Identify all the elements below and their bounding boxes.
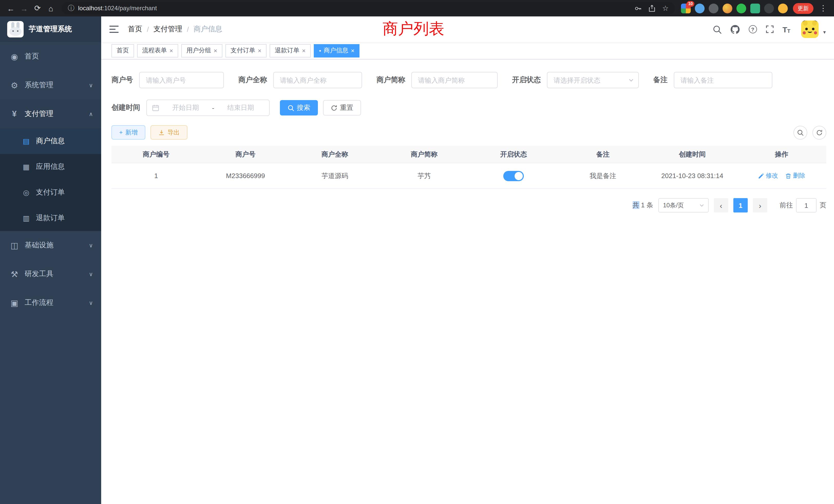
font-size-icon[interactable]: TT <box>783 25 790 33</box>
user-avatar[interactable] <box>801 21 818 38</box>
breadcrumb-current: 商户信息 <box>194 25 222 34</box>
sidebar-item-workflow[interactable]: ▣ 工作流程 ∨ <box>0 289 101 317</box>
home-button[interactable]: ⌂ <box>44 2 58 15</box>
screen: ← → ⟳ ⌂ ⓘ localhost:1024/pay/merchant ☆ … <box>0 0 834 504</box>
share-icon[interactable] <box>649 4 656 12</box>
extension-grid-icon[interactable]: 10 <box>681 3 691 13</box>
sidebar-item-home[interactable]: ◉ 首页 <box>0 42 101 71</box>
chevron-down-icon: ∨ <box>89 299 93 306</box>
chevron-down-icon: ∨ <box>89 242 93 249</box>
page-size-select[interactable]: 10条/页 <box>658 198 709 212</box>
dashboard-icon: ◉ <box>8 51 21 61</box>
next-page-button[interactable]: › <box>753 198 767 212</box>
url-text: localhost:1024/pay/merchant <box>78 5 157 12</box>
back-button[interactable]: ← <box>4 2 18 15</box>
sidebar-item-label: 支付订单 <box>36 188 65 197</box>
sidebar-item-label: 支付管理 <box>25 109 53 118</box>
close-icon[interactable]: × <box>351 47 355 54</box>
breadcrumb-pay[interactable]: 支付管理 <box>154 25 182 34</box>
sidebar-item-merchant-info[interactable]: ▤ 商户信息 <box>0 128 101 154</box>
bookmark-star-icon[interactable]: ☆ <box>662 4 668 12</box>
site-info-icon[interactable]: ⓘ <box>68 4 74 13</box>
breadcrumb-separator: / <box>147 25 149 33</box>
edit-button[interactable]: 修改 <box>758 171 778 180</box>
merchant-no-input[interactable] <box>139 72 224 88</box>
sidebar-item-system[interactable]: ⚙ 系统管理 ∨ <box>0 71 101 99</box>
sidebar-item-label: 商户信息 <box>36 137 65 146</box>
sidebar-item-refund-order[interactable]: ▥ 退款订单 <box>0 205 101 231</box>
goto-page-input[interactable] <box>796 198 816 212</box>
tab-label: 用户分组 <box>186 46 211 55</box>
extension-pinwheel-icon[interactable] <box>764 3 774 13</box>
col-header: 开启状态 <box>469 146 558 163</box>
date-range-picker[interactable]: 开始日期 - 结束日期 <box>146 99 270 116</box>
github-icon[interactable] <box>730 24 740 34</box>
date-end-placeholder: 结束日期 <box>217 103 264 112</box>
browser-update-button[interactable]: 更新 <box>793 3 813 14</box>
target-icon: ◎ <box>21 188 32 197</box>
tab-label: 商户信息 <box>324 46 348 55</box>
chevron-down-icon: ∨ <box>89 271 93 277</box>
sidebar-item-app-info[interactable]: ▦ 应用信息 <box>0 154 101 180</box>
avatar-caret-icon[interactable]: ▾ <box>823 29 826 38</box>
tab-refund-order[interactable]: 退款订单 × <box>270 44 311 57</box>
export-button[interactable]: 导出 <box>151 125 188 140</box>
delete-button[interactable]: 删除 <box>785 171 805 180</box>
fullscreen-icon[interactable] <box>765 25 774 33</box>
reload-button[interactable]: ⟳ <box>31 2 44 15</box>
tab-label: 首页 <box>116 46 129 55</box>
active-dot-icon: ● <box>319 49 321 52</box>
sidebar-item-pay-order[interactable]: ◎ 支付订单 <box>0 180 101 205</box>
tab-home[interactable]: 首页 <box>111 44 134 57</box>
tab-process-form[interactable]: 流程表单 × <box>137 44 178 57</box>
sidebar-item-infra[interactable]: ◫ 基础设施 ∨ <box>0 231 101 260</box>
extension-avatar-icon[interactable] <box>723 3 732 13</box>
card-icon: ▤ <box>21 137 32 145</box>
cell-id: 1 <box>111 163 201 188</box>
forward-button[interactable]: → <box>18 2 31 15</box>
extension-emoji-icon[interactable] <box>778 3 788 13</box>
key-icon[interactable] <box>635 4 642 12</box>
merchant-table: 商户编号 商户号 商户全称 商户简称 开启状态 备注 创建时间 操作 1 M23… <box>111 146 826 189</box>
close-icon[interactable]: × <box>214 47 217 54</box>
sidebar-toggle[interactable] <box>109 25 118 33</box>
tools-icon: ⚒ <box>8 269 21 279</box>
page-1-button[interactable]: 1 <box>733 198 748 212</box>
col-header: 商户编号 <box>111 146 201 163</box>
pay-submenu: ▤ 商户信息 ▦ 应用信息 ◎ 支付订单 ▥ 退款订单 <box>0 128 101 231</box>
extension-green-icon[interactable] <box>737 3 746 13</box>
address-bar[interactable]: ⓘ localhost:1024/pay/merchant ☆ <box>62 2 675 14</box>
help-icon[interactable]: ? <box>748 25 757 33</box>
gear-icon: ⚙ <box>8 80 21 90</box>
short-name-input[interactable] <box>411 72 498 88</box>
yen-icon: ¥ <box>8 109 21 118</box>
search-button[interactable]: 搜索 <box>280 100 318 115</box>
sidebar-item-pay[interactable]: ¥ 支付管理 ∧ <box>0 99 101 128</box>
status-select[interactable] <box>547 72 639 88</box>
prev-page-button[interactable]: ‹ <box>714 198 728 212</box>
status-toggle[interactable] <box>503 171 524 181</box>
tab-merchant-info[interactable]: ● 商户信息 × <box>314 44 360 57</box>
extension-dark-icon[interactable] <box>709 3 719 13</box>
close-icon[interactable]: × <box>170 47 173 54</box>
close-icon[interactable]: × <box>302 47 306 54</box>
sidebar-item-devtools[interactable]: ⚒ 研发工具 ∨ <box>0 260 101 289</box>
close-icon[interactable]: × <box>258 47 261 54</box>
toggle-search-button[interactable] <box>793 125 807 139</box>
remark-input[interactable] <box>674 72 772 88</box>
reset-button[interactable]: 重置 <box>323 100 361 115</box>
browser-menu-icon[interactable]: ⋮ <box>816 2 830 15</box>
breadcrumb-home[interactable]: 首页 <box>128 25 142 34</box>
add-button[interactable]: + 新增 <box>111 125 145 140</box>
app-logo[interactable]: 芋道管理系统 <box>0 17 101 42</box>
chevron-down-icon <box>699 203 705 208</box>
extension-drop-icon[interactable] <box>695 3 705 13</box>
full-name-input[interactable] <box>273 72 362 88</box>
refresh-button[interactable] <box>812 125 826 139</box>
tab-user-group[interactable]: 用户分组 × <box>181 44 222 57</box>
tab-pay-order[interactable]: 支付订单 × <box>225 44 266 57</box>
search-icon[interactable] <box>712 25 721 33</box>
logo-rabbit-icon <box>7 21 24 38</box>
tab-label: 流程表单 <box>142 46 167 55</box>
extension-notes-icon[interactable] <box>750 3 760 13</box>
